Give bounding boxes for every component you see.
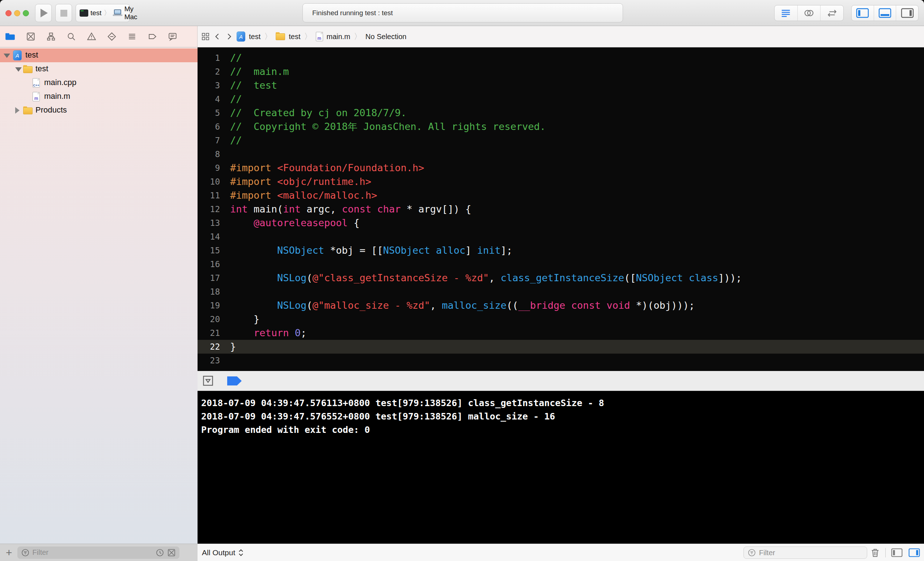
sidebar-item-main-cpp[interactable]: C++main.cpp — [0, 76, 198, 90]
chevron-right-icon: 〉 — [104, 8, 111, 18]
sidebar-item-label: test — [26, 50, 38, 60]
hide-debug-area-button[interactable] — [202, 375, 213, 386]
run-button[interactable] — [35, 4, 52, 22]
test-navigator-icon[interactable] — [107, 32, 117, 41]
version-editor-button[interactable] — [820, 5, 843, 21]
breadcrumb-group[interactable]: test — [289, 33, 300, 41]
code-line-22[interactable]: 22} — [198, 340, 924, 353]
file-icon: m — [33, 92, 40, 101]
code-line-2[interactable]: 2// main.m — [198, 65, 924, 78]
code-line-1[interactable]: 1// — [198, 51, 924, 65]
code-line-21[interactable]: 21 return 0; — [198, 326, 924, 340]
find-navigator-icon[interactable] — [67, 32, 76, 41]
zoom-window-button[interactable] — [23, 10, 29, 16]
swap-arrows-icon — [826, 8, 837, 18]
code-line-4[interactable]: 4// — [198, 92, 924, 106]
code-line-17[interactable]: 17 NSLog(@"class_getInstanceSize - %zd",… — [198, 271, 924, 285]
line-number: 14 — [198, 230, 220, 244]
clear-console-trash-button[interactable] — [870, 547, 880, 558]
sidebar-item-test[interactable]: test — [0, 62, 198, 76]
toolbar: test 〉 My Mac Finished running test : te… — [0, 0, 924, 26]
code-line-9[interactable]: 9#import <Foundation/Foundation.h> — [198, 161, 924, 175]
scheme-target-label[interactable]: test — [90, 9, 102, 17]
code-line-19[interactable]: 19 NSLog(@"malloc_size - %zd", malloc_si… — [198, 299, 924, 312]
scheme-selector[interactable]: test 〉 My Mac — [76, 4, 130, 22]
sidebar-item-label: test — [36, 64, 48, 74]
code-text: // Created by cj on 2018/7/9. — [230, 106, 406, 120]
code-line-13[interactable]: 13 @autoreleasepool { — [198, 216, 924, 230]
debug-area-toggle-button[interactable] — [874, 5, 897, 21]
breadcrumb-file[interactable]: main.m — [327, 33, 351, 41]
code-text: return 0; — [230, 326, 306, 340]
variables-view-toggle[interactable] — [891, 547, 903, 558]
code-line-14[interactable]: 14 — [198, 230, 924, 244]
code-text: #import <Foundation/Foundation.h> — [230, 161, 424, 175]
debug-console[interactable]: 2018-07-09 04:39:47.576113+0800 test[979… — [198, 391, 924, 544]
code-line-7[interactable]: 7// — [198, 134, 924, 147]
line-number: 6 — [198, 120, 220, 134]
sidebar-item-label: main.m — [44, 92, 70, 101]
line-number: 10 — [198, 175, 220, 189]
line-number: 23 — [198, 353, 220, 367]
breadcrumb-project[interactable]: test — [249, 33, 261, 41]
navigator-toggle-button[interactable] — [852, 5, 874, 21]
code-line-10[interactable]: 10#import <objc/runtime.h> — [198, 175, 924, 189]
line-number: 1 — [198, 51, 220, 65]
code-line-18[interactable]: 18 — [198, 285, 924, 299]
source-control-navigator-icon[interactable] — [26, 32, 36, 41]
debug-navigator-icon[interactable] — [128, 32, 137, 41]
sidebar-item-test[interactable]: Atest — [0, 48, 198, 62]
file-icon: C++ — [33, 78, 40, 87]
breakpoints-enabled-icon[interactable] — [226, 376, 242, 386]
assistant-editor-button[interactable] — [798, 5, 821, 21]
symbol-navigator-icon[interactable] — [46, 32, 56, 41]
minimize-window-button[interactable] — [14, 10, 20, 16]
stop-button[interactable] — [56, 4, 72, 22]
objc-file-icon: m — [316, 32, 323, 41]
utilities-toggle-button[interactable] — [896, 5, 918, 21]
breadcrumb-selection[interactable]: No Selection — [365, 33, 406, 41]
disclosure-open-icon[interactable] — [4, 54, 10, 58]
code-line-20[interactable]: 20 } — [198, 312, 924, 326]
standard-editor-button[interactable] — [775, 5, 798, 21]
console-filter-field[interactable]: Filter — [744, 546, 867, 559]
console-scope-dropdown[interactable]: All Output — [202, 544, 244, 561]
report-navigator-icon[interactable] — [168, 32, 177, 41]
breakpoint-navigator-icon[interactable] — [148, 32, 157, 41]
back-button[interactable] — [213, 32, 221, 41]
source-control-status-icon[interactable] — [167, 548, 176, 557]
line-number: 15 — [198, 244, 220, 257]
source-editor[interactable]: 1//2// main.m3// test4//5// Created by c… — [198, 47, 924, 371]
destination-mac-icon — [113, 9, 122, 17]
code-text: // — [230, 51, 242, 65]
code-line-5[interactable]: 5// Created by cj on 2018/7/9. — [198, 106, 924, 120]
sidebar-item-Products[interactable]: Products — [0, 104, 198, 117]
forward-button[interactable] — [225, 32, 233, 41]
scheme-destination-label[interactable]: My Mac — [124, 5, 138, 21]
console-view-toggle[interactable] — [908, 547, 920, 558]
code-text: } — [230, 312, 260, 326]
code-line-3[interactable]: 3// test — [198, 78, 924, 92]
close-window-button[interactable] — [5, 10, 12, 16]
recent-files-clock-icon[interactable] — [156, 548, 164, 557]
debug-bar — [198, 371, 924, 391]
code-line-11[interactable]: 11#import <malloc/malloc.h> — [198, 189, 924, 202]
navigator-filter-field[interactable]: Filter — [17, 546, 180, 559]
code-text: // test — [230, 78, 277, 92]
sidebar-item-main-m[interactable]: mmain.m — [0, 90, 198, 104]
disclosure-closed-icon[interactable] — [15, 107, 20, 114]
code-line-16[interactable]: 16 — [198, 257, 924, 271]
line-number: 19 — [198, 299, 220, 312]
code-line-8[interactable]: 8 — [198, 147, 924, 161]
line-number: 8 — [198, 147, 220, 161]
code-text: NSObject *obj = [[NSObject alloc] init]; — [230, 244, 512, 257]
code-line-6[interactable]: 6// Copyright © 2018年 JonasChen. All rig… — [198, 120, 924, 134]
code-line-12[interactable]: 12int main(int argc, const char * argv[]… — [198, 202, 924, 216]
project-navigator-icon[interactable] — [5, 32, 15, 41]
add-button[interactable]: + — [6, 547, 12, 558]
issue-navigator-icon[interactable] — [87, 32, 96, 41]
code-line-15[interactable]: 15 NSObject *obj = [[NSObject alloc] ini… — [198, 244, 924, 257]
related-items-icon[interactable] — [201, 32, 210, 41]
code-line-23[interactable]: 23 — [198, 353, 924, 367]
disclosure-open-icon[interactable] — [15, 67, 22, 72]
